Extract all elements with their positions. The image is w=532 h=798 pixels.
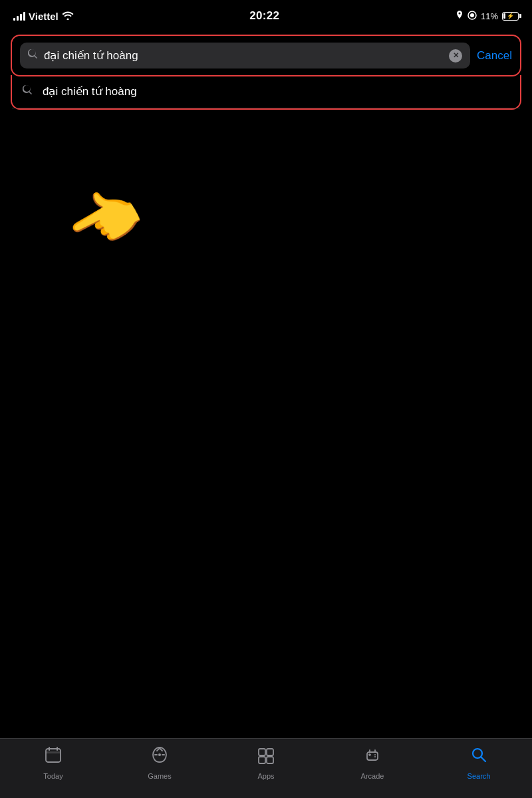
wifi-icon [62,11,74,22]
search-icon [28,49,39,63]
search-tab-icon [469,745,488,769]
status-right: 11% ⚡ [456,11,519,22]
search-bar-highlighted: đại chiến tứ hoàng Cancel [11,35,521,76]
apps-icon [257,745,275,769]
suggestion-item[interactable]: đại chiến tứ hoàng [12,75,520,108]
tab-apps[interactable]: Apps [213,745,319,780]
cancel-button[interactable]: Cancel [477,47,512,65]
battery-percent: 11% [481,11,498,21]
suggestion-text: đại chiến tứ hoàng [43,84,137,98]
svg-point-16 [374,754,376,755]
tab-bar: Today Games Apps [0,738,532,798]
clear-search-button[interactable] [449,49,462,63]
battery-icon: ⚡ [502,12,519,21]
svg-rect-2 [46,749,61,762]
status-time: 20:22 [249,9,279,23]
tab-search-label: Search [467,772,491,780]
svg-rect-12 [267,757,273,763]
svg-rect-3 [46,751,61,753]
svg-rect-13 [367,752,378,760]
signal-bars-icon [13,11,25,21]
svg-point-1 [470,13,474,17]
status-left: Viettel [13,11,74,22]
today-icon [44,745,63,769]
tab-search[interactable]: Search [426,745,532,780]
tab-arcade[interactable]: Arcade [319,745,426,780]
games-icon [150,745,169,769]
svg-line-21 [481,757,486,762]
arcade-icon [363,745,382,769]
svg-rect-10 [267,749,273,755]
tab-apps-label: Apps [257,772,274,780]
record-icon [467,11,477,22]
tab-games-label: Games [148,772,171,780]
svg-rect-9 [259,749,265,755]
search-area: đại chiến tứ hoàng Cancel đại chiến tứ h… [0,29,532,110]
tab-today[interactable]: Today [0,745,106,780]
svg-point-6 [158,753,161,756]
search-query-text: đại chiến tứ hoàng [44,49,444,63]
search-input-wrapper[interactable]: đại chiến tứ hoàng [20,43,470,68]
search-row: đại chiến tứ hoàng Cancel [20,43,512,68]
status-bar: Viettel 20:22 11% ⚡ [0,0,532,29]
location-icon [456,11,464,22]
tab-arcade-label: Arcade [361,772,384,780]
suggestions-list: đại chiến tứ hoàng [11,75,521,110]
svg-point-17 [374,756,376,757]
suggestion-search-icon [23,85,33,98]
hand-pointing-emoji: 👈 [54,172,153,270]
tab-today-label: Today [43,772,63,780]
svg-rect-11 [259,757,265,763]
charging-icon: ⚡ [507,13,514,19]
tab-games[interactable]: Games [106,745,213,780]
carrier-label: Viettel [29,11,59,22]
